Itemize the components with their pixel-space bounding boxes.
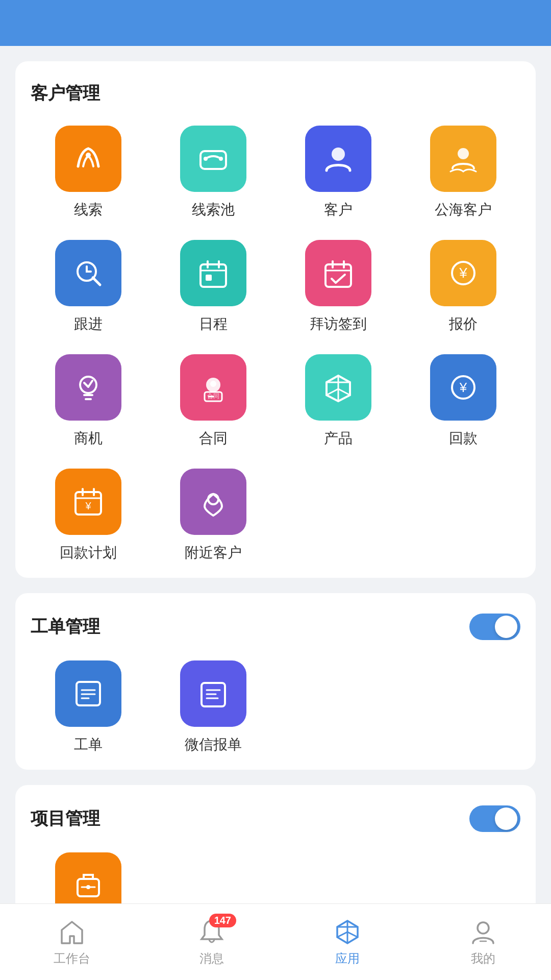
section-header-work-order-management: 工单管理 — [31, 614, 520, 640]
app-icon-chanpin — [305, 354, 371, 421]
nav-item-messages[interactable]: 147消息 — [197, 918, 226, 967]
app-icon-kehu — [305, 126, 371, 192]
toggle-work-order-management[interactable] — [469, 614, 520, 640]
app-icon-hukuan: ¥ — [430, 354, 496, 421]
app-label-weixin: 微信报单 — [185, 735, 242, 754]
app-item-chanpin[interactable]: 产品 — [281, 354, 395, 448]
app-label-genjin: 跟进 — [74, 314, 103, 334]
app-label-shangji: 商机 — [74, 429, 103, 448]
app-grid-work-order-management: 工单微信报单 — [31, 660, 520, 754]
section-title-project-management: 项目管理 — [31, 807, 100, 830]
app-item-huikuanjihua[interactable]: ¥回款计划 — [31, 469, 145, 562]
app-item-fujin[interactable]: 附近客户 — [156, 469, 270, 562]
svg-text:¥: ¥ — [459, 265, 467, 281]
app-item-baojia[interactable]: ¥报价 — [406, 240, 520, 334]
app-label-hukuan: 回款 — [449, 429, 478, 448]
nav-item-workspace[interactable]: 工作台 — [54, 918, 90, 967]
app-label-richeng: 日程 — [199, 314, 228, 334]
app-item-richeng[interactable]: 日程 — [156, 240, 270, 334]
app-icon-baojia: ¥ — [430, 240, 496, 306]
svg-point-24 — [86, 885, 90, 889]
app-item-hetong[interactable]: 合同合同 — [156, 354, 270, 448]
app-item-shangji[interactable]: 商机 — [31, 354, 145, 448]
svg-point-5 — [458, 148, 469, 159]
header — [0, 0, 551, 46]
app-grid-customer-management: 线索线索池客户公海客户跟进日程拜访签到¥报价商机合同合同产品¥回款¥回款计划附近… — [31, 126, 520, 562]
nav-item-mine[interactable]: 我的 — [469, 918, 497, 967]
app-item-weixin[interactable]: 微信报单 — [156, 660, 270, 754]
svg-rect-7 — [201, 264, 226, 287]
app-icon-richeng — [180, 240, 246, 306]
app-label-xiansochi: 线索池 — [192, 200, 235, 219]
section-header-project-management: 项目管理 — [31, 805, 520, 832]
app-icon-xiansochi — [180, 126, 246, 192]
app-label-hetong: 合同 — [199, 429, 228, 448]
svg-text:¥: ¥ — [459, 380, 467, 395]
nav-item-apps[interactable]: 应用 — [333, 918, 362, 967]
nav-icon-mine — [469, 918, 497, 946]
section-title-customer-management: 客户管理 — [31, 82, 100, 105]
nav-icon-apps — [333, 918, 362, 946]
app-label-baifang: 拜访签到 — [310, 314, 367, 334]
app-icon-gongdan — [55, 660, 121, 727]
svg-text:合同: 合同 — [207, 393, 219, 400]
app-icon-weixin — [180, 660, 246, 727]
app-label-gonghai: 公海客户 — [435, 200, 492, 219]
svg-point-4 — [332, 148, 345, 161]
nav-icon-messages: 147 — [197, 918, 226, 946]
nav-label-mine: 我的 — [471, 950, 495, 967]
toggle-project-management[interactable] — [469, 805, 520, 832]
app-item-gongdan[interactable]: 工单 — [31, 660, 145, 754]
bottom-nav: 工作台147消息应用我的 — [0, 903, 551, 980]
app-label-baojia: 报价 — [449, 314, 478, 334]
app-item-kehu[interactable]: 客户 — [281, 126, 395, 219]
svg-point-25 — [478, 922, 489, 934]
app-item-xiansochi[interactable]: 线索池 — [156, 126, 270, 219]
svg-text:¥: ¥ — [85, 500, 91, 511]
app-label-huikuanjihua: 回款计划 — [60, 543, 117, 562]
app-label-gongdan: 工单 — [74, 735, 103, 754]
section-customer-management: 客户管理线索线索池客户公海客户跟进日程拜访签到¥报价商机合同合同产品¥回款¥回款… — [15, 61, 536, 578]
section-header-customer-management: 客户管理 — [31, 82, 520, 105]
app-item-baifang[interactable]: 拜访签到 — [281, 240, 395, 334]
svg-rect-8 — [206, 275, 212, 281]
nav-label-workspace: 工作台 — [54, 950, 90, 967]
app-icon-huikuanjihua: ¥ — [55, 469, 121, 535]
app-icon-baifang — [305, 240, 371, 306]
app-icon-genjin — [55, 240, 121, 306]
svg-rect-9 — [325, 264, 351, 287]
app-label-xianso: 线索 — [74, 200, 103, 219]
nav-icon-workspace — [58, 918, 86, 946]
app-item-xianso[interactable]: 线索 — [31, 126, 145, 219]
svg-point-20 — [208, 494, 218, 504]
app-icon-hetong: 合同 — [180, 354, 246, 421]
app-item-genjin[interactable]: 跟进 — [31, 240, 145, 334]
nav-label-apps: 应用 — [335, 950, 360, 967]
app-icon-gonghai — [430, 126, 496, 192]
svg-point-0 — [86, 153, 91, 158]
section-title-work-order-management: 工单管理 — [31, 615, 100, 639]
app-item-hukuan[interactable]: ¥回款 — [406, 354, 520, 448]
nav-badge-messages: 147 — [209, 914, 236, 927]
svg-point-3 — [219, 157, 223, 161]
svg-point-2 — [204, 157, 208, 161]
nav-label-messages: 消息 — [199, 950, 224, 967]
app-label-chanpin: 产品 — [324, 429, 353, 448]
app-icon-xianso — [55, 126, 121, 192]
scroll-area: 客户管理线索线索池客户公海客户跟进日程拜访签到¥报价商机合同合同产品¥回款¥回款… — [0, 46, 551, 980]
app-item-gonghai[interactable]: 公海客户 — [406, 126, 520, 219]
app-label-fujin: 附近客户 — [185, 543, 242, 562]
app-icon-fujin — [180, 469, 246, 535]
app-label-kehu: 客户 — [324, 200, 353, 219]
svg-point-12 — [80, 377, 96, 393]
app-icon-shangji — [55, 354, 121, 421]
section-work-order-management: 工单管理工单微信报单 — [15, 593, 536, 770]
